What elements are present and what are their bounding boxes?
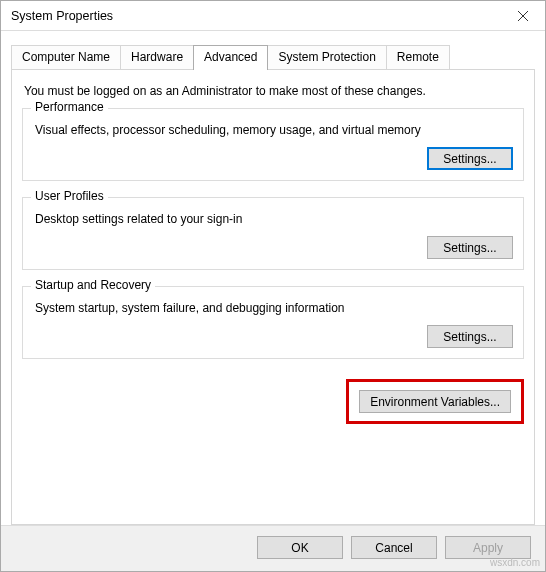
tab-remote[interactable]: Remote [386, 45, 450, 69]
titlebar: System Properties [1, 1, 545, 31]
watermark: wsxdn.com [490, 557, 540, 568]
apply-button[interactable]: Apply [445, 536, 531, 559]
admin-note: You must be logged on as an Administrato… [24, 84, 522, 98]
close-icon [518, 11, 528, 21]
tab-hardware[interactable]: Hardware [120, 45, 194, 69]
system-properties-window: System Properties Computer Name Hardware… [0, 0, 546, 572]
env-vars-highlight: Environment Variables... [346, 379, 524, 424]
tab-strip: Computer Name Hardware Advanced System P… [11, 45, 535, 69]
user-profiles-group: User Profiles Desktop settings related t… [22, 197, 524, 270]
cancel-button[interactable]: Cancel [351, 536, 437, 559]
performance-settings-button[interactable]: Settings... [427, 147, 513, 170]
user-profiles-desc: Desktop settings related to your sign-in [35, 212, 513, 226]
ok-button[interactable]: OK [257, 536, 343, 559]
user-profiles-title: User Profiles [31, 189, 108, 203]
tab-advanced[interactable]: Advanced [193, 45, 268, 70]
tab-system-protection[interactable]: System Protection [267, 45, 386, 69]
performance-group: Performance Visual effects, processor sc… [22, 108, 524, 181]
startup-recovery-settings-button[interactable]: Settings... [427, 325, 513, 348]
environment-variables-button[interactable]: Environment Variables... [359, 390, 511, 413]
dialog-button-row: OK Cancel Apply [1, 525, 545, 571]
startup-recovery-desc: System startup, system failure, and debu… [35, 301, 513, 315]
performance-desc: Visual effects, processor scheduling, me… [35, 123, 513, 137]
startup-recovery-title: Startup and Recovery [31, 278, 155, 292]
window-title: System Properties [11, 9, 113, 23]
performance-title: Performance [31, 100, 108, 114]
tab-computer-name[interactable]: Computer Name [11, 45, 121, 69]
close-button[interactable] [500, 1, 545, 30]
startup-recovery-group: Startup and Recovery System startup, sys… [22, 286, 524, 359]
advanced-panel: You must be logged on as an Administrato… [11, 69, 535, 525]
user-profiles-settings-button[interactable]: Settings... [427, 236, 513, 259]
